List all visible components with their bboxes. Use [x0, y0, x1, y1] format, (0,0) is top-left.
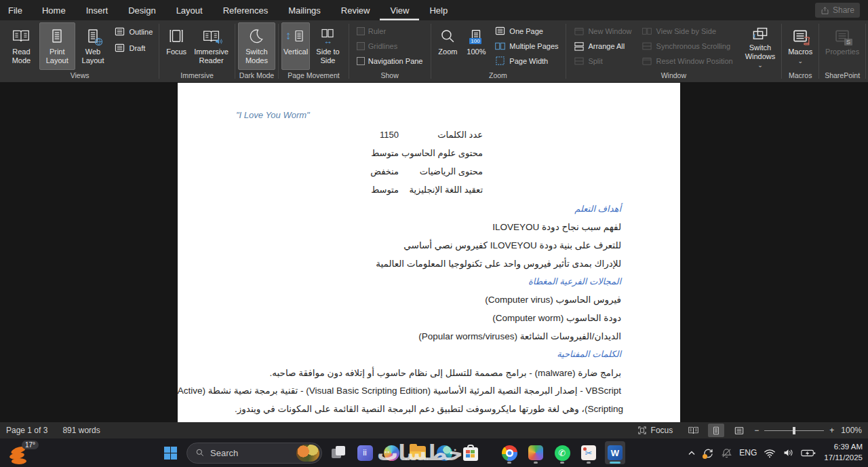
- checkbox-icon: [357, 42, 365, 50]
- volume-icon[interactable]: [783, 448, 794, 457]
- menu-bar: File Home Insert Design Layout Reference…: [0, 0, 868, 20]
- gridlines-checkbox: Gridlines: [355, 39, 425, 53]
- tab-layout[interactable]: Layout: [166, 0, 213, 20]
- update-icon[interactable]: [703, 447, 714, 459]
- tab-references[interactable]: References: [213, 0, 278, 20]
- zoom-slider-thumb[interactable]: [793, 427, 795, 434]
- word-count[interactable]: 891 words: [62, 426, 100, 435]
- tab-view[interactable]: View: [380, 0, 419, 20]
- one-page-icon: [494, 25, 506, 37]
- doc-line: لفهم سبب نجاح دودة ILOVEYOU: [237, 218, 621, 236]
- moon-icon: [248, 26, 264, 45]
- switch-modes-button[interactable]: Switch Modes: [238, 22, 275, 70]
- table-row: تعقيد اللغة الإنجليزية متوسط: [178, 181, 680, 200]
- notifications-off-icon[interactable]: [721, 447, 732, 459]
- focus-mode-button[interactable]: Focus: [637, 426, 673, 435]
- page-width-button[interactable]: Page Width: [492, 54, 560, 68]
- language-indicator[interactable]: ENG: [739, 448, 757, 457]
- tab-design[interactable]: Design: [118, 0, 165, 20]
- tab-mailings[interactable]: Mailings: [278, 0, 331, 20]
- navigation-pane-checkbox[interactable]: Navigation Pane: [355, 54, 425, 68]
- multiple-pages-icon: [494, 40, 506, 52]
- ribbon-separator: [865, 24, 866, 79]
- ruler-checkbox: Ruler: [355, 24, 425, 38]
- battery-icon[interactable]: [801, 449, 816, 457]
- ribbon-separator: [278, 24, 279, 79]
- read-mode-button[interactable]: Read Mode: [3, 22, 39, 70]
- file-explorer-button[interactable]: [408, 441, 428, 464]
- web-layout-view-button[interactable]: [731, 424, 747, 437]
- group-zoom: Zoom 100 100% One Page M: [431, 20, 564, 82]
- doc-line: VBScript - إصدار البرمجة النصية المرئية …: [237, 381, 621, 400]
- arrange-all-button[interactable]: Arrange All: [571, 39, 633, 53]
- zoom-100-button[interactable]: 100 100%: [462, 22, 490, 70]
- wifi-icon[interactable]: [764, 448, 776, 458]
- reset-window-position-icon: [642, 55, 653, 67]
- table-row: عدد الكلمات 1150: [178, 126, 680, 145]
- zoom-slider-track[interactable]: [764, 430, 824, 431]
- start-button[interactable]: [160, 441, 180, 464]
- chevron-up-icon[interactable]: [688, 450, 696, 456]
- read-mode-view-button[interactable]: [685, 424, 701, 437]
- zoom-button[interactable]: Zoom: [433, 22, 462, 70]
- zoom-slider[interactable]: − +: [754, 426, 834, 435]
- group-macros: Macros ⌄ Macros: [783, 20, 818, 82]
- app-cube-button[interactable]: [526, 441, 546, 464]
- whatsapp-button[interactable]: ✆: [552, 441, 572, 464]
- tab-review[interactable]: Review: [331, 0, 380, 20]
- ribbon-separator: [818, 24, 819, 79]
- side-to-side-button[interactable]: ↔ Side to Side: [310, 22, 346, 70]
- draft-button[interactable]: Draft: [112, 41, 155, 55]
- focus-button[interactable]: Focus: [162, 22, 191, 70]
- share-label: Share: [833, 5, 854, 15]
- zoom-level[interactable]: 100%: [841, 426, 862, 435]
- switch-windows-button[interactable]: Switch Windows ⌄: [742, 22, 779, 70]
- web-layout-button[interactable]: Web Layout: [75, 22, 111, 70]
- tab-file[interactable]: File: [0, 0, 32, 20]
- microsoft-store-button[interactable]: [460, 441, 481, 464]
- edge-button[interactable]: [434, 441, 454, 464]
- system-tray: ENG 6:39 AM 17/11/2025: [688, 438, 863, 467]
- print-layout-view-button[interactable]: [708, 424, 724, 437]
- new-window-icon: [573, 25, 585, 37]
- running-indicator: [587, 462, 591, 464]
- copilot-icon: [384, 445, 399, 461]
- tab-help[interactable]: Help: [419, 0, 458, 20]
- chrome-button[interactable]: [499, 441, 519, 464]
- group-sharepoint: S Properties SharePoint: [820, 20, 865, 82]
- zoom-in-icon[interactable]: +: [829, 426, 834, 435]
- tab-insert[interactable]: Insert: [76, 0, 119, 20]
- zoom-out-icon[interactable]: −: [754, 426, 759, 435]
- teams-button[interactable]: ii: [355, 441, 375, 464]
- time: 6:39 AM: [824, 442, 863, 453]
- print-layout-button[interactable]: Print Layout: [39, 22, 75, 70]
- vertical-button[interactable]: ↕ Vertical: [281, 22, 310, 70]
- one-page-button[interactable]: One Page: [492, 24, 560, 38]
- search-highlight-image[interactable]: [296, 445, 319, 462]
- task-view-button[interactable]: [328, 441, 349, 464]
- page-width-icon: [494, 55, 506, 67]
- snipping-tool-button[interactable]: ✂: [578, 441, 599, 464]
- immersive-reader-button[interactable]: Immersive Reader: [191, 22, 232, 70]
- status-bar: Page 1 of 3 891 words Focus − + 100%: [0, 422, 868, 438]
- multiple-pages-button[interactable]: Multiple Pages: [492, 39, 560, 53]
- macros-button[interactable]: Macros ⌄: [785, 22, 816, 70]
- print-layout-icon: [49, 26, 65, 45]
- copilot-button[interactable]: [381, 441, 401, 464]
- weather-widget[interactable]: 17°: [8, 442, 46, 464]
- page-indicator[interactable]: Page 1 of 3: [6, 426, 47, 435]
- group-label-sharepoint: SharePoint: [820, 71, 865, 82]
- document-page[interactable]: "I Love You Worm" عدد الكلمات 1150 محتوى…: [178, 83, 680, 422]
- search-box[interactable]: Search: [186, 443, 322, 464]
- macros-icon: [793, 26, 808, 45]
- doc-line: دودة الحاسوب (Computer worm): [237, 309, 621, 327]
- edge-icon: [437, 445, 452, 461]
- tab-home[interactable]: Home: [32, 0, 76, 20]
- word-taskbar-button[interactable]: W: [605, 441, 625, 464]
- split-button: Split: [571, 54, 633, 68]
- outline-button[interactable]: Outline: [112, 24, 155, 39]
- taskbar: 17° Search ii: [0, 438, 868, 467]
- share-button[interactable]: Share: [815, 3, 860, 18]
- clock[interactable]: 6:39 AM 17/11/2025: [824, 442, 863, 463]
- doc-heading: المجالات الفرعية المغطاة: [237, 272, 621, 291]
